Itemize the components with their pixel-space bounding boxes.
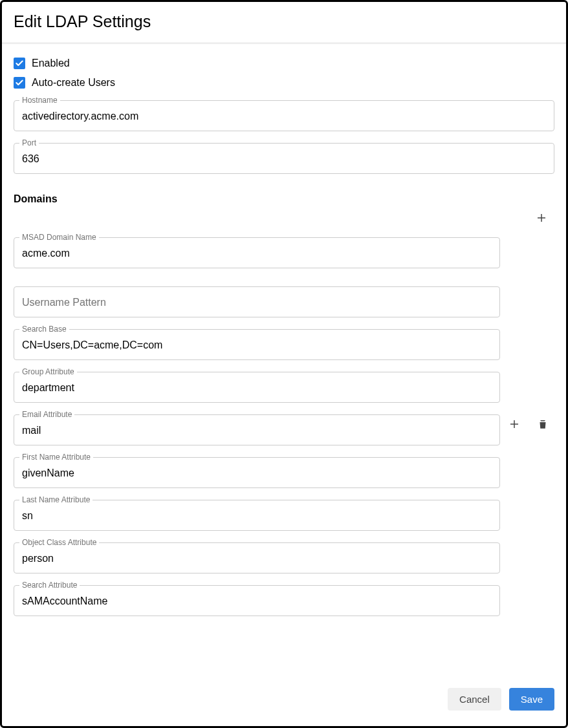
port-label: Port [19,138,39,147]
email-attr-wrapper: Email Attribute [14,414,500,445]
port-field-wrapper: Port [14,143,554,174]
username-pattern-input[interactable] [14,286,500,317]
object-class-attr-label: Object Class Attribute [19,538,99,547]
port-input[interactable] [14,143,554,174]
first-name-attr-input[interactable] [14,457,500,488]
msad-domain-label: MSAD Domain Name [19,233,99,242]
search-attr-wrapper: Search Attribute [14,585,500,616]
search-base-wrapper: Search Base [14,329,500,360]
hostname-label: Hostname [19,96,60,105]
check-icon [15,78,24,87]
search-attr-input[interactable] [14,585,500,616]
search-base-input[interactable] [14,329,500,360]
last-name-attr-label: Last Name Attribute [19,495,93,504]
add-email-attr-button[interactable] [507,416,522,432]
autocreate-row: Auto-create Users [14,77,554,89]
last-name-attr-input[interactable] [14,500,500,531]
group-attr-wrapper: Group Attribute [14,372,500,403]
object-class-attr-wrapper: Object Class Attribute [14,542,500,573]
plus-icon [508,418,520,430]
email-attr-row: Email Attribute [14,403,500,445]
delete-email-attr-button[interactable] [535,416,551,432]
dialog-header: Edit LDAP Settings [2,2,566,43]
dialog-content: Enabled Auto-create Users Hostname Port … [2,43,566,680]
hostname-field-wrapper: Hostname [14,100,554,131]
search-base-label: Search Base [19,325,69,334]
hostname-input[interactable] [14,100,554,131]
enabled-checkbox[interactable] [14,58,25,69]
first-name-attr-wrapper: First Name Attribute [14,457,500,488]
save-button[interactable]: Save [509,688,554,711]
search-attr-label: Search Attribute [19,581,80,590]
trash-icon [537,418,549,430]
add-domain-button[interactable] [534,210,549,226]
email-attr-actions [507,416,551,432]
domains-heading: Domains [14,193,554,205]
autocreate-checkbox[interactable] [14,77,25,89]
msad-domain-wrapper: MSAD Domain Name [14,237,500,268]
enabled-row: Enabled [14,58,554,69]
msad-domain-input[interactable] [14,237,500,268]
last-name-attr-wrapper: Last Name Attribute [14,500,500,531]
email-attr-label: Email Attribute [19,410,74,419]
check-icon [15,59,24,68]
cancel-button[interactable]: Cancel [448,688,501,711]
email-attr-input[interactable] [14,414,500,445]
domains-add-row [14,210,554,226]
dialog-title: Edit LDAP Settings [14,12,554,31]
autocreate-label: Auto-create Users [32,77,115,89]
username-pattern-wrapper [14,286,500,317]
first-name-attr-label: First Name Attribute [19,453,93,462]
enabled-label: Enabled [32,58,70,69]
group-attr-label: Group Attribute [19,367,77,376]
object-class-attr-input[interactable] [14,542,500,573]
plus-icon [536,212,547,224]
group-attr-input[interactable] [14,372,500,403]
domain-item: MSAD Domain Name Search Base Group Attri… [14,237,554,616]
dialog-footer: Cancel Save [2,680,566,726]
